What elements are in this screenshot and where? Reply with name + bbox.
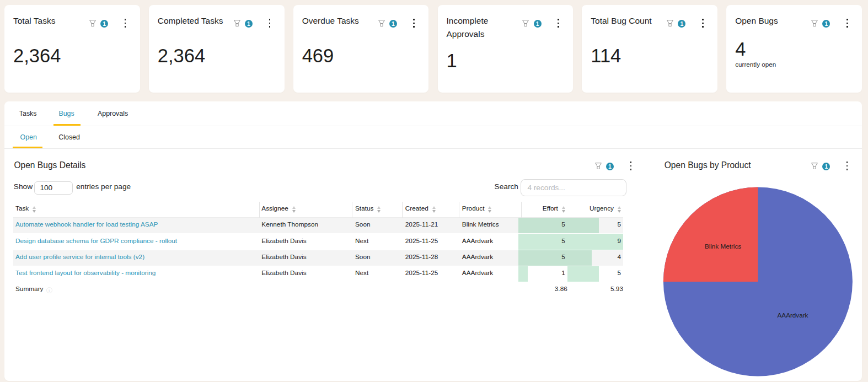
svg-text:AAArdvark: AAArdvark xyxy=(778,311,808,319)
svg-text:Blink Metrics: Blink Metrics xyxy=(705,243,741,250)
